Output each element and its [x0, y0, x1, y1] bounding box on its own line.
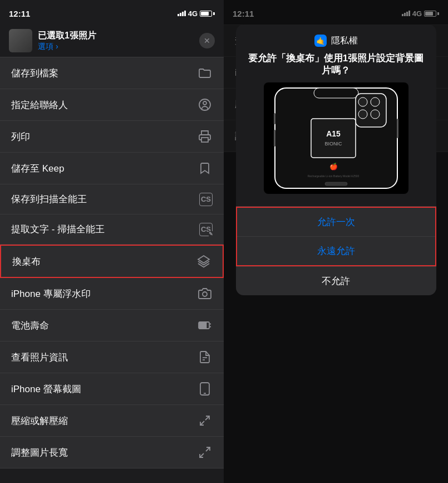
doc-icon [197, 349, 213, 365]
allow-once-button[interactable]: 允許一次 [237, 208, 435, 237]
svg-text:A15: A15 [326, 129, 341, 138]
svg-line-14 [205, 416, 209, 420]
svg-text:🍎: 🍎 [329, 162, 337, 170]
cs-icon: CS [199, 193, 213, 206]
person-circle-icon [197, 97, 213, 113]
left-status-bar: 12:11 4G [0, 0, 224, 25]
svg-rect-6 [200, 323, 206, 328]
svg-rect-38 [274, 130, 275, 147]
photo-thumbnail [9, 29, 32, 52]
cs2-icon: CS ✎ [199, 223, 213, 236]
phone-icon [197, 381, 213, 397]
svg-line-15 [206, 447, 210, 451]
svg-line-13 [200, 421, 204, 425]
menu-item-compress[interactable]: 壓縮或解壓縮 [0, 405, 224, 437]
left-status-icons: 4G [178, 9, 215, 18]
deny-button[interactable]: 不允許 [236, 266, 436, 295]
svg-rect-39 [397, 119, 398, 138]
privacy-badge: 🤙 隱私權 [247, 35, 425, 47]
privacy-alert: 🤙 隱私權 要允許「換桌布」使用1張照片設定背景圖片嗎？ [236, 25, 436, 295]
phone-board-svg: A15 BIONIC 🍎 Rechargeable Li-ion Battery… [269, 85, 403, 191]
menu-item-save-file[interactable]: 儲存到檔案 [0, 57, 224, 89]
privacy-title: 要允許「換桌布」使用1張照片設定背景圖片嗎？ [247, 52, 425, 77]
svg-text:Rechargeable Li-ion Battery Mo: Rechargeable Li-ion Battery Model A2500 [307, 174, 359, 178]
left-header-title: 已選取1張照片 [38, 30, 96, 42]
svg-point-29 [371, 97, 380, 106]
battery-menu-icon [197, 318, 213, 333]
left-header: 已選取1張照片 選項 › ✕ [0, 25, 224, 57]
privacy-label: 隱私權 [331, 35, 358, 47]
phone-board-preview: A15 BIONIC 🍎 Rechargeable Li-ion Battery… [264, 82, 408, 194]
left-menu-list: 儲存到檔案 指定給聯絡人 列印 [0, 57, 224, 483]
camera-icon [197, 286, 213, 301]
left-signal-bars [178, 11, 186, 16]
bookmark-icon [197, 160, 213, 176]
menu-item-photo-info[interactable]: 查看照片資訊 [0, 341, 224, 373]
svg-rect-37 [274, 113, 275, 124]
right-panel: 12:11 4G 查看照片資訊 [224, 0, 448, 483]
left-header-subtitle[interactable]: 選項 › [38, 42, 96, 52]
svg-rect-40 [325, 182, 347, 186]
privacy-icon: 🤙 [314, 35, 327, 47]
menu-item-wallpaper[interactable]: 換桌布 [0, 245, 224, 278]
left-network: 4G [188, 9, 198, 18]
close-button[interactable]: ✕ [199, 33, 215, 48]
menu-item-battery[interactable]: 電池壽命 [0, 310, 224, 341]
menu-item-resize[interactable]: 調整圖片長寬 [0, 437, 224, 469]
menu-item-screenshot[interactable]: iPhone 螢幕截圖 [0, 373, 224, 405]
svg-rect-26 [314, 88, 358, 98]
svg-rect-32 [311, 119, 356, 158]
svg-text:BIONIC: BIONIC [324, 141, 342, 147]
menu-item-assign-contact[interactable]: 指定給聯絡人 [0, 89, 224, 121]
folder-icon [197, 65, 213, 81]
privacy-alert-overlay: 🤙 隱私權 要允許「換桌布」使用1張照片設定背景圖片嗎？ [224, 0, 448, 483]
left-time: 12:11 [9, 9, 30, 18]
layers-icon [196, 253, 211, 269]
left-header-info: 已選取1張照片 選項 › [9, 29, 96, 52]
menu-item-watermark[interactable]: iPhone 專屬浮水印 [0, 278, 224, 310]
svg-line-16 [200, 453, 204, 457]
printer-icon [197, 129, 213, 144]
left-battery-icon [200, 11, 215, 17]
left-panel: 12:11 4G 已選取1張照片 選項 › [0, 0, 224, 483]
svg-point-31 [371, 110, 380, 119]
svg-point-1 [203, 101, 206, 105]
allow-always-button[interactable]: 永遠允許 [237, 237, 435, 265]
resize-icon [197, 445, 213, 460]
svg-rect-2 [201, 138, 208, 142]
compress-icon [197, 413, 213, 428]
menu-item-save-scanner[interactable]: 保存到扫描全能王 CS [0, 184, 224, 214]
privacy-alert-header: 🤙 隱私權 要允許「換桌布」使用1張照片設定背景圖片嗎？ [236, 25, 436, 207]
svg-point-4 [203, 292, 207, 296]
alert-actions: 允許一次 永遠允許 不允許 [236, 207, 436, 295]
left-header-text: 已選取1張照片 選項 › [38, 30, 96, 52]
menu-item-print[interactable]: 列印 [0, 121, 224, 153]
menu-item-save-keep[interactable]: 儲存至 Keep [0, 153, 224, 184]
svg-point-28 [358, 97, 367, 106]
svg-point-30 [358, 110, 367, 119]
menu-item-extract-text[interactable]: 提取文字 - 掃描全能王 CS ✎ [0, 214, 224, 245]
